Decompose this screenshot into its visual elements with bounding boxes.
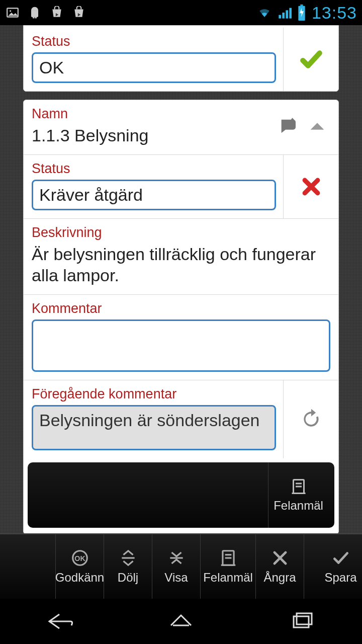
svg-rect-17 [225, 554, 231, 555]
android-icon [27, 6, 42, 19]
svg-rect-18 [225, 557, 231, 558]
status-input-2[interactable]: Kräver åtgärd [32, 180, 276, 210]
svg-rect-3 [282, 13, 285, 19]
godkann-label: Godkänn [55, 571, 104, 585]
x-icon-2 [270, 548, 290, 568]
svg-rect-10 [296, 486, 302, 487]
spara-button[interactable]: Spara [304, 534, 362, 599]
desc-label: Beskrivning [32, 225, 330, 240]
godkann-button[interactable]: OK Godkänn [55, 534, 104, 599]
dolj-label: Dölj [118, 571, 138, 585]
home-button[interactable] [166, 609, 196, 633]
status-label: Status [32, 34, 276, 49]
wifi-icon [256, 6, 273, 19]
back-icon [45, 609, 75, 631]
visa-button[interactable]: Visa [152, 534, 200, 599]
bottom-toolbar: OK Godkänn Dölj Visa Felanmäl Ångra Spar… [0, 533, 362, 599]
collapse-icon[interactable] [307, 116, 327, 136]
android-nav-bar [0, 599, 362, 644]
svg-rect-11 [292, 493, 305, 494]
status-clock: 13:53 [312, 3, 357, 23]
status-fail-indicator[interactable] [283, 155, 338, 218]
edit-note-icon[interactable] [278, 116, 298, 136]
felanmal-button[interactable]: Felanmäl [200, 534, 255, 599]
play-store-icon-2 [71, 6, 86, 19]
refresh-icon [300, 408, 322, 430]
inline-toolbar: Felanmäl [28, 462, 334, 528]
name-label: Namn [32, 106, 278, 122]
x-icon [300, 176, 322, 198]
home-icon [166, 609, 196, 631]
angra-label: Ångra [263, 571, 296, 585]
svg-text:OK: OK [74, 554, 85, 562]
angra-button[interactable]: Ångra [255, 534, 304, 599]
status-input[interactable]: OK [32, 52, 276, 83]
status-ok-indicator[interactable] [283, 28, 338, 91]
description-section: Beskrivning Är belysningen tillräcklig o… [24, 218, 338, 294]
signal-icon [278, 6, 292, 20]
svg-rect-4 [286, 10, 288, 18]
svg-rect-7 [300, 5, 303, 6]
svg-rect-14 [122, 557, 134, 558]
recent-button[interactable] [287, 609, 317, 633]
gallery-icon [5, 6, 20, 19]
svg-rect-9 [296, 482, 302, 484]
collapse-vertical-icon [119, 548, 138, 568]
svg-rect-15 [170, 557, 183, 558]
inline-toolbar-wrap: Felanmäl [24, 459, 338, 534]
battery-icon [297, 5, 307, 21]
ok-circle-icon: OK [70, 548, 89, 568]
card-header[interactable]: Namn 1.1.3 Belysning [24, 100, 338, 154]
svg-rect-2 [279, 15, 281, 19]
expand-vertical-icon [167, 548, 186, 568]
status-label-2: Status [32, 161, 276, 177]
svg-point-1 [10, 10, 11, 12]
prev-comment-label: Föregående kommentar [32, 386, 276, 402]
prev-comment-value: Belysningen är sönderslagen [32, 405, 276, 450]
desc-value: Är belysningen tillräcklig och fungerar … [32, 244, 330, 286]
prev-comment-section: Föregående kommentar Belysningen är sönd… [24, 380, 338, 459]
report-icon [290, 477, 308, 496]
comment-input[interactable] [32, 319, 330, 372]
android-status-bar: 13:53 [0, 0, 362, 25]
recent-icon [287, 609, 317, 631]
svg-rect-5 [289, 8, 292, 19]
inspection-card-2: Namn 1.1.3 Belysning Status Kräver åtgär… [23, 100, 339, 533]
back-button[interactable] [45, 609, 75, 633]
inline-felanmal-label: Felanmäl [274, 499, 323, 513]
visa-label: Visa [164, 571, 188, 585]
check-icon [299, 47, 324, 72]
comment-section: Kommentar [24, 294, 338, 380]
felanmal-label: Felanmäl [203, 571, 253, 585]
inline-felanmal-button[interactable]: Felanmäl [268, 462, 328, 528]
report-icon-2 [219, 548, 238, 568]
name-value: 1.1.3 Belysning [32, 125, 278, 146]
main-content: Status OK Namn 1.1.3 Belysning Status [0, 25, 362, 533]
check-icon-2 [331, 548, 350, 568]
prev-comment-refresh[interactable] [283, 380, 338, 458]
comment-label: Kommentar [32, 301, 330, 316]
spara-label: Spara [324, 571, 356, 585]
play-store-icon [49, 6, 64, 19]
svg-rect-19 [221, 565, 235, 566]
inspection-card-1: Status OK [23, 25, 339, 92]
dolj-button[interactable]: Dölj [104, 534, 152, 599]
